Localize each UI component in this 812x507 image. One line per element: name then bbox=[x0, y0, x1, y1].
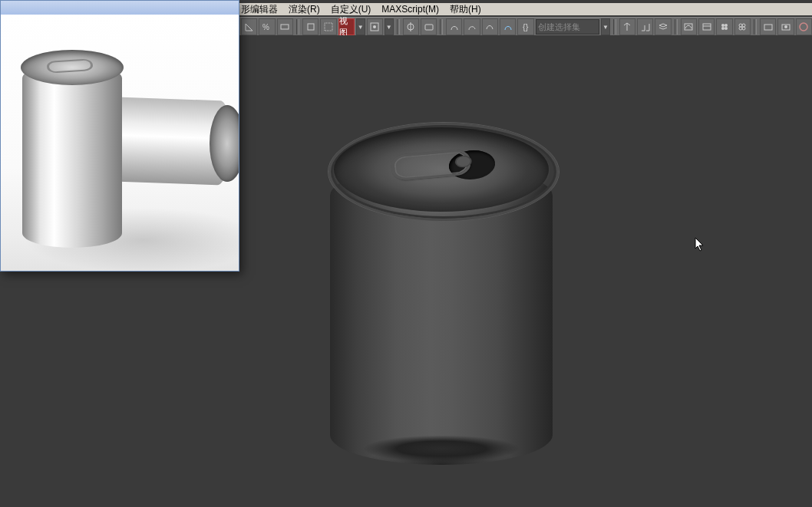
reference-window-titlebar[interactable] bbox=[1, 1, 239, 15]
toolbar-separator bbox=[397, 19, 400, 35]
render-icon[interactable] bbox=[796, 18, 812, 35]
menu-bar: 形编辑器 渲染(R) 自定义(U) MAXScript(M) 帮助(H) bbox=[238, 3, 812, 15]
mirror-icon[interactable] bbox=[619, 18, 635, 35]
main-toolbar: % 视图 ▼ ▼ {} 创建选择集 ▼ bbox=[238, 17, 812, 37]
reference-image-content bbox=[1, 15, 239, 271]
ref-standing-can bbox=[22, 64, 122, 248]
reference-coord-button[interactable]: 视图 bbox=[338, 18, 355, 35]
selection-set-input[interactable]: 创建选择集 bbox=[536, 19, 599, 35]
toolbar-separator bbox=[754, 19, 757, 35]
svg-rect-1 bbox=[281, 25, 289, 29]
toolbar-separator bbox=[675, 19, 678, 35]
svg-point-24 bbox=[800, 23, 807, 31]
named-selection-icon[interactable]: {} bbox=[517, 18, 533, 35]
menu-maxscript[interactable]: MAXScript(M) bbox=[381, 4, 439, 15]
snap-percent-icon[interactable]: % bbox=[259, 18, 275, 35]
align-icon[interactable] bbox=[637, 18, 653, 35]
svg-point-23 bbox=[784, 25, 787, 28]
svg-point-17 bbox=[739, 24, 742, 27]
selection-set-dropdown[interactable]: ▼ bbox=[601, 18, 610, 35]
keyboard-shortcut-icon[interactable] bbox=[421, 18, 437, 35]
svg-text:%: % bbox=[262, 23, 269, 31]
ref-lying-can-lid bbox=[210, 105, 239, 182]
svg-point-14 bbox=[725, 24, 728, 27]
svg-point-15 bbox=[721, 27, 725, 30]
toolbar-separator bbox=[440, 19, 443, 35]
svg-rect-11 bbox=[703, 24, 711, 30]
selection-filter-icon[interactable] bbox=[302, 18, 319, 35]
mouse-cursor-icon bbox=[695, 237, 705, 252]
svg-rect-3 bbox=[325, 23, 332, 31]
model-soda-can bbox=[322, 74, 560, 472]
reference-image bbox=[1, 15, 239, 271]
layer-manager-icon[interactable] bbox=[655, 18, 671, 35]
menu-render[interactable]: 渲染(R) bbox=[289, 3, 320, 16]
snap-2d-icon[interactable] bbox=[446, 18, 462, 35]
svg-rect-2 bbox=[308, 24, 314, 30]
reference-coord-dropdown[interactable]: ▼ bbox=[356, 18, 365, 35]
material-editor-icon[interactable] bbox=[716, 18, 732, 35]
svg-rect-21 bbox=[764, 25, 772, 30]
snap-angle-icon[interactable] bbox=[241, 18, 257, 35]
material-editor2-icon[interactable] bbox=[734, 18, 751, 35]
snap-3d-icon[interactable] bbox=[482, 18, 498, 35]
toolbar-separator bbox=[613, 19, 616, 35]
svg-text:{}: {} bbox=[523, 22, 529, 31]
svg-rect-8 bbox=[425, 25, 433, 30]
snap-axis-icon[interactable] bbox=[500, 18, 516, 35]
svg-point-19 bbox=[739, 27, 742, 30]
reference-image-window[interactable] bbox=[0, 0, 239, 272]
manipulate-icon[interactable] bbox=[403, 18, 419, 35]
menu-graph-editor[interactable]: 形编辑器 bbox=[241, 3, 278, 16]
curve-editor-icon[interactable] bbox=[681, 18, 697, 35]
svg-point-4 bbox=[373, 25, 376, 28]
svg-point-18 bbox=[742, 24, 745, 27]
snap-2-5d-icon[interactable] bbox=[464, 18, 480, 35]
menu-customize[interactable]: 自定义(U) bbox=[331, 3, 371, 16]
svg-point-16 bbox=[725, 27, 728, 30]
toolbar-separator bbox=[296, 19, 299, 35]
svg-point-13 bbox=[721, 24, 725, 27]
schematic-view-icon[interactable] bbox=[698, 18, 715, 35]
render-frame-icon[interactable] bbox=[777, 18, 794, 35]
spinner-snap-icon[interactable] bbox=[277, 18, 293, 35]
use-pivot-center-icon[interactable] bbox=[367, 18, 383, 35]
menu-help[interactable]: 帮助(H) bbox=[450, 3, 481, 16]
svg-point-20 bbox=[742, 27, 745, 30]
render-setup-icon[interactable] bbox=[760, 18, 776, 35]
window-selection-icon[interactable] bbox=[320, 18, 336, 35]
pivot-dropdown[interactable]: ▼ bbox=[385, 18, 394, 35]
